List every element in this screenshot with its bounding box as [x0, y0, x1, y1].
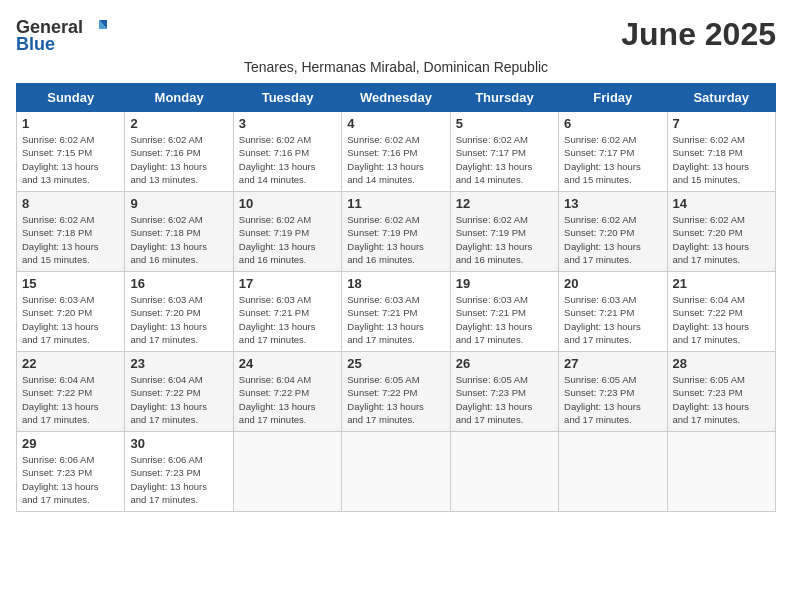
calendar-cell: 4Sunrise: 6:02 AM Sunset: 7:16 PM Daylig… [342, 112, 450, 192]
calendar-cell [667, 432, 775, 512]
header: General Blue June 2025 [16, 16, 776, 55]
title-area: June 2025 [621, 16, 776, 53]
day-number: 18 [347, 276, 444, 291]
day-number: 25 [347, 356, 444, 371]
calendar-cell: 7Sunrise: 6:02 AM Sunset: 7:18 PM Daylig… [667, 112, 775, 192]
day-detail: Sunrise: 6:02 AM Sunset: 7:16 PM Dayligh… [130, 133, 227, 186]
calendar-table: SundayMondayTuesdayWednesdayThursdayFrid… [16, 83, 776, 512]
calendar-cell: 30Sunrise: 6:06 AM Sunset: 7:23 PM Dayli… [125, 432, 233, 512]
calendar-cell: 10Sunrise: 6:02 AM Sunset: 7:19 PM Dayli… [233, 192, 341, 272]
day-number: 3 [239, 116, 336, 131]
day-header-friday: Friday [559, 84, 667, 112]
day-detail: Sunrise: 6:02 AM Sunset: 7:18 PM Dayligh… [130, 213, 227, 266]
day-number: 8 [22, 196, 119, 211]
month-title: June 2025 [621, 16, 776, 53]
day-number: 24 [239, 356, 336, 371]
day-detail: Sunrise: 6:04 AM Sunset: 7:22 PM Dayligh… [130, 373, 227, 426]
day-header-thursday: Thursday [450, 84, 558, 112]
calendar-cell: 25Sunrise: 6:05 AM Sunset: 7:22 PM Dayli… [342, 352, 450, 432]
day-number: 19 [456, 276, 553, 291]
day-detail: Sunrise: 6:03 AM Sunset: 7:20 PM Dayligh… [22, 293, 119, 346]
day-detail: Sunrise: 6:04 AM Sunset: 7:22 PM Dayligh… [22, 373, 119, 426]
day-number: 21 [673, 276, 770, 291]
day-detail: Sunrise: 6:02 AM Sunset: 7:17 PM Dayligh… [456, 133, 553, 186]
calendar-cell: 29Sunrise: 6:06 AM Sunset: 7:23 PM Dayli… [17, 432, 125, 512]
calendar-cell: 6Sunrise: 6:02 AM Sunset: 7:17 PM Daylig… [559, 112, 667, 192]
day-detail: Sunrise: 6:02 AM Sunset: 7:19 PM Dayligh… [239, 213, 336, 266]
calendar-cell: 2Sunrise: 6:02 AM Sunset: 7:16 PM Daylig… [125, 112, 233, 192]
calendar-cell: 8Sunrise: 6:02 AM Sunset: 7:18 PM Daylig… [17, 192, 125, 272]
calendar-cell: 21Sunrise: 6:04 AM Sunset: 7:22 PM Dayli… [667, 272, 775, 352]
day-detail: Sunrise: 6:02 AM Sunset: 7:18 PM Dayligh… [673, 133, 770, 186]
day-detail: Sunrise: 6:03 AM Sunset: 7:21 PM Dayligh… [239, 293, 336, 346]
day-number: 12 [456, 196, 553, 211]
calendar-cell: 19Sunrise: 6:03 AM Sunset: 7:21 PM Dayli… [450, 272, 558, 352]
day-detail: Sunrise: 6:03 AM Sunset: 7:21 PM Dayligh… [347, 293, 444, 346]
day-detail: Sunrise: 6:02 AM Sunset: 7:20 PM Dayligh… [564, 213, 661, 266]
calendar-cell: 28Sunrise: 6:05 AM Sunset: 7:23 PM Dayli… [667, 352, 775, 432]
calendar-cell: 1Sunrise: 6:02 AM Sunset: 7:15 PM Daylig… [17, 112, 125, 192]
day-detail: Sunrise: 6:02 AM Sunset: 7:15 PM Dayligh… [22, 133, 119, 186]
day-number: 13 [564, 196, 661, 211]
calendar-cell: 24Sunrise: 6:04 AM Sunset: 7:22 PM Dayli… [233, 352, 341, 432]
day-header-sunday: Sunday [17, 84, 125, 112]
day-number: 2 [130, 116, 227, 131]
calendar-cell: 20Sunrise: 6:03 AM Sunset: 7:21 PM Dayli… [559, 272, 667, 352]
calendar-cell [342, 432, 450, 512]
day-detail: Sunrise: 6:02 AM Sunset: 7:16 PM Dayligh… [239, 133, 336, 186]
day-number: 9 [130, 196, 227, 211]
logo: General Blue [16, 16, 107, 55]
day-header-wednesday: Wednesday [342, 84, 450, 112]
day-detail: Sunrise: 6:06 AM Sunset: 7:23 PM Dayligh… [130, 453, 227, 506]
calendar-cell: 17Sunrise: 6:03 AM Sunset: 7:21 PM Dayli… [233, 272, 341, 352]
day-detail: Sunrise: 6:04 AM Sunset: 7:22 PM Dayligh… [673, 293, 770, 346]
calendar-cell: 11Sunrise: 6:02 AM Sunset: 7:19 PM Dayli… [342, 192, 450, 272]
day-number: 27 [564, 356, 661, 371]
day-detail: Sunrise: 6:04 AM Sunset: 7:22 PM Dayligh… [239, 373, 336, 426]
day-detail: Sunrise: 6:02 AM Sunset: 7:18 PM Dayligh… [22, 213, 119, 266]
day-detail: Sunrise: 6:05 AM Sunset: 7:23 PM Dayligh… [456, 373, 553, 426]
day-detail: Sunrise: 6:05 AM Sunset: 7:22 PM Dayligh… [347, 373, 444, 426]
calendar-cell: 13Sunrise: 6:02 AM Sunset: 7:20 PM Dayli… [559, 192, 667, 272]
day-header-monday: Monday [125, 84, 233, 112]
calendar-cell: 16Sunrise: 6:03 AM Sunset: 7:20 PM Dayli… [125, 272, 233, 352]
day-number: 28 [673, 356, 770, 371]
day-detail: Sunrise: 6:03 AM Sunset: 7:20 PM Dayligh… [130, 293, 227, 346]
day-number: 30 [130, 436, 227, 451]
day-number: 17 [239, 276, 336, 291]
day-number: 23 [130, 356, 227, 371]
day-number: 15 [22, 276, 119, 291]
calendar-cell: 23Sunrise: 6:04 AM Sunset: 7:22 PM Dayli… [125, 352, 233, 432]
day-number: 26 [456, 356, 553, 371]
subtitle: Tenares, Hermanas Mirabal, Dominican Rep… [16, 59, 776, 75]
calendar-cell: 15Sunrise: 6:03 AM Sunset: 7:20 PM Dayli… [17, 272, 125, 352]
day-detail: Sunrise: 6:03 AM Sunset: 7:21 PM Dayligh… [456, 293, 553, 346]
day-number: 29 [22, 436, 119, 451]
day-header-saturday: Saturday [667, 84, 775, 112]
calendar-cell: 26Sunrise: 6:05 AM Sunset: 7:23 PM Dayli… [450, 352, 558, 432]
calendar-cell: 12Sunrise: 6:02 AM Sunset: 7:19 PM Dayli… [450, 192, 558, 272]
calendar-cell: 3Sunrise: 6:02 AM Sunset: 7:16 PM Daylig… [233, 112, 341, 192]
day-detail: Sunrise: 6:05 AM Sunset: 7:23 PM Dayligh… [673, 373, 770, 426]
day-header-tuesday: Tuesday [233, 84, 341, 112]
calendar-cell: 27Sunrise: 6:05 AM Sunset: 7:23 PM Dayli… [559, 352, 667, 432]
day-detail: Sunrise: 6:02 AM Sunset: 7:19 PM Dayligh… [456, 213, 553, 266]
day-detail: Sunrise: 6:02 AM Sunset: 7:19 PM Dayligh… [347, 213, 444, 266]
day-detail: Sunrise: 6:02 AM Sunset: 7:17 PM Dayligh… [564, 133, 661, 186]
calendar-cell: 22Sunrise: 6:04 AM Sunset: 7:22 PM Dayli… [17, 352, 125, 432]
day-number: 1 [22, 116, 119, 131]
calendar-cell: 9Sunrise: 6:02 AM Sunset: 7:18 PM Daylig… [125, 192, 233, 272]
calendar-cell: 14Sunrise: 6:02 AM Sunset: 7:20 PM Dayli… [667, 192, 775, 272]
day-number: 10 [239, 196, 336, 211]
day-detail: Sunrise: 6:06 AM Sunset: 7:23 PM Dayligh… [22, 453, 119, 506]
day-number: 16 [130, 276, 227, 291]
calendar-cell [450, 432, 558, 512]
day-number: 4 [347, 116, 444, 131]
day-number: 5 [456, 116, 553, 131]
day-number: 22 [22, 356, 119, 371]
calendar-cell: 5Sunrise: 6:02 AM Sunset: 7:17 PM Daylig… [450, 112, 558, 192]
calendar-cell: 18Sunrise: 6:03 AM Sunset: 7:21 PM Dayli… [342, 272, 450, 352]
logo-icon [85, 16, 107, 38]
day-number: 7 [673, 116, 770, 131]
day-number: 11 [347, 196, 444, 211]
